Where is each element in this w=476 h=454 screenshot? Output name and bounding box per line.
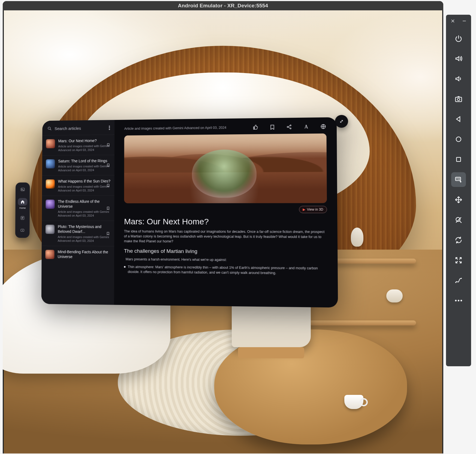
power-icon	[454, 34, 463, 43]
collapse-button[interactable]	[451, 253, 466, 268]
svg-point-4	[287, 126, 288, 128]
nav-home-label: Home	[19, 207, 26, 209]
list-item[interactable]: Mars: Our Next Home? Article and images …	[42, 135, 115, 155]
zoom-button[interactable]	[451, 213, 466, 227]
bookmark-button[interactable]	[105, 162, 111, 168]
article-thumbnail	[46, 139, 55, 149]
article-paragraph: Mars presents a harsh environment. Here'…	[126, 257, 327, 263]
more-vertical-icon	[109, 127, 110, 128]
hero-mountains	[124, 134, 327, 173]
svg-point-3	[48, 127, 50, 129]
minimize-icon	[462, 19, 467, 23]
list-item-title: What Happens if the Sun Dies?	[58, 179, 111, 184]
bookmark-icon	[106, 142, 110, 147]
window-title: Android Emulator - XR_Device:5554	[3, 1, 443, 10]
article-thumbnail	[45, 250, 54, 259]
xr-viewport: Home	[4, 10, 442, 453]
emulator-window-controls	[446, 18, 471, 26]
minimize-window-button[interactable]	[461, 18, 467, 24]
bookmark-icon	[106, 206, 110, 211]
font-size-icon: A	[304, 124, 308, 129]
article-sidebar: Mars: Our Next Home? Article and images …	[41, 120, 115, 305]
list-item-text: Mind-Bending Facts About the Universe	[58, 249, 110, 259]
language-icon	[320, 123, 326, 130]
list-item-title: The Endless Allure of the Universe	[58, 199, 110, 209]
share-button[interactable]	[286, 124, 293, 130]
screenshot-button[interactable]	[451, 92, 466, 106]
list-item-title: Mars: Our Next Home?	[58, 138, 111, 144]
keyboard-mouse-icon	[454, 175, 463, 184]
overview-square-icon	[454, 155, 463, 164]
view-3d-button[interactable]: ▶ View in 3D	[299, 206, 327, 213]
svg-point-5	[290, 125, 291, 126]
rotate-button[interactable]	[451, 233, 466, 247]
like-button[interactable]	[252, 124, 259, 130]
volume-down-button[interactable]	[451, 71, 466, 86]
article-hero-image	[124, 134, 327, 203]
view3d-row: ▶ View in 3D	[124, 206, 327, 213]
power-button[interactable]	[451, 31, 466, 46]
list-item[interactable]: The Endless Allure of the Universe Artic…	[42, 195, 114, 221]
bookmark-button[interactable]	[105, 182, 111, 188]
more-button[interactable]	[451, 293, 466, 308]
home-button[interactable]	[451, 132, 466, 147]
move-button[interactable]	[451, 192, 466, 207]
article-list-icon	[20, 216, 25, 220]
article-bullet-text: Thin atmosphere: Mars' atmosphere is inc…	[128, 264, 327, 276]
bookmark-button[interactable]	[105, 142, 111, 148]
zoom-disabled-icon	[454, 216, 463, 224]
move-icon	[454, 196, 463, 204]
input-mode-button[interactable]	[451, 172, 466, 187]
list-item-sub: Article and images created with Gemini A…	[58, 144, 111, 152]
font-size-button[interactable]: A	[303, 124, 309, 130]
list-item-text: Saturn: The Lord of the Rings Article an…	[58, 158, 111, 172]
nav-articles[interactable]	[15, 214, 30, 222]
bookmark-button[interactable]	[105, 205, 111, 211]
list-item[interactable]: Saturn: The Lord of the Rings Article an…	[42, 155, 114, 175]
back-button[interactable]	[451, 112, 466, 126]
play-3d-icon: ▶	[303, 208, 305, 211]
close-icon	[450, 19, 455, 23]
svg-rect-11	[457, 158, 461, 162]
nav-videos[interactable]	[15, 226, 30, 234]
close-window-button[interactable]	[450, 18, 456, 24]
svg-point-9	[457, 98, 460, 101]
route-button[interactable]	[451, 273, 466, 288]
svg-rect-0	[21, 188, 25, 191]
list-item-sub: Article and images created with Gemini A…	[58, 164, 111, 172]
article-thumbnail	[46, 199, 55, 209]
article-title: Mars: Our Next Home?	[124, 217, 327, 226]
emulator-window: Android Emulator - XR_Device:5554	[3, 1, 443, 453]
search-input[interactable]	[55, 126, 105, 131]
svg-point-14	[455, 282, 456, 283]
overflow-menu-button[interactable]	[108, 124, 111, 132]
bookmark-icon	[269, 124, 276, 130]
language-button[interactable]	[320, 123, 326, 130]
list-item[interactable]: Pluto: The Mysterious and Beloved Dwarf.…	[42, 221, 114, 246]
nav-terminal[interactable]	[16, 186, 30, 193]
article-top-row: Article and images created with Gemini A…	[124, 123, 327, 132]
volume-up-button[interactable]	[451, 51, 466, 66]
nav-home[interactable]: Home	[16, 198, 30, 209]
room-cup	[344, 395, 363, 409]
svg-point-15	[461, 278, 462, 279]
article-intro: The idea of humans living on Mars has ca…	[124, 229, 327, 244]
view-3d-label: View in 3D	[307, 208, 323, 211]
rotate-icon	[454, 236, 463, 244]
bookmark-button[interactable]	[269, 124, 276, 130]
app-nav-rail: Home	[15, 183, 30, 238]
article-main[interactable]: Article and images created with Gemini A…	[114, 117, 338, 307]
expand-icon	[339, 119, 344, 124]
list-item[interactable]: What Happens if the Sun Dies? Article an…	[42, 175, 115, 196]
list-item-title: Mind-Bending Facts About the Universe	[58, 249, 110, 259]
room-vase	[386, 289, 403, 302]
article-list[interactable]: Mars: Our Next Home? Article and images …	[41, 135, 115, 305]
bookmark-icon	[106, 183, 110, 188]
overview-button[interactable]	[451, 152, 466, 167]
bookmark-button[interactable]	[105, 231, 111, 237]
path-icon	[454, 276, 463, 284]
list-item[interactable]: Mind-Bending Facts About the Universe	[42, 246, 114, 263]
thumbs-up-icon	[252, 124, 259, 130]
article-byline: Article and images created with Gemini A…	[124, 126, 243, 131]
camera-icon	[454, 95, 463, 103]
